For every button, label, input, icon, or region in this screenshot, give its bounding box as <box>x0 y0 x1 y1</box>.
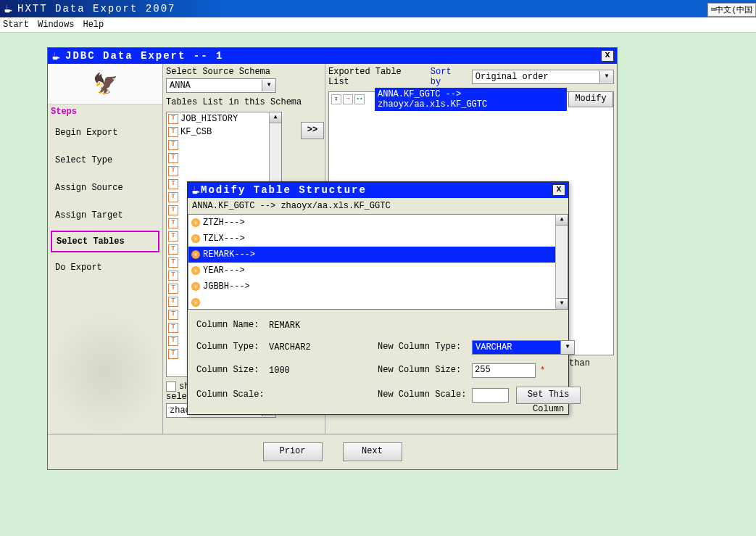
column-status-icon: › <box>191 282 200 291</box>
menu-help[interactable]: Help <box>83 20 104 30</box>
schema-value: ANNA <box>167 81 262 91</box>
schema-select[interactable]: ANNA ▾ <box>166 78 276 93</box>
export-header: Exported Table List Sort by Original ord… <box>328 67 614 87</box>
column-row[interactable]: ›JGBBH---> <box>188 279 568 294</box>
column-row[interactable]: › <box>188 294 568 310</box>
transfer-button[interactable]: >> <box>301 122 324 139</box>
new-column-type-label: New Column Type: <box>378 342 472 352</box>
set-this-column-button[interactable]: Set This Column <box>516 387 581 404</box>
export-icon: ↧ <box>331 94 341 104</box>
column-detail-grid: Column Name: REMARK Column Type: VARCHAR… <box>188 310 568 414</box>
sort-by-label: Sort by <box>431 67 466 87</box>
table-icon: T <box>168 166 178 176</box>
jdbc-titlebar[interactable]: JDBC Data Expert -- 1 x <box>48 48 617 64</box>
table-icon: T <box>168 231 178 242</box>
java-icon <box>3 4 13 14</box>
modify-title: Modify Table Structure <box>201 184 367 196</box>
step-assign-target[interactable]: Assign Target <box>48 202 162 229</box>
prior-button[interactable]: Prior <box>263 442 323 461</box>
table-icon: T <box>168 179 178 189</box>
column-status-icon: › <box>191 250 200 259</box>
exported-table-list-label: Exported Table List <box>328 67 425 87</box>
modify-button[interactable]: Modify <box>568 91 613 107</box>
table-icon: T <box>168 284 178 294</box>
logo-eagle: 🦅 <box>48 64 162 104</box>
steps-sidebar: 🦅 Steps Begin Export Select Type Assign … <box>48 64 163 434</box>
modify-titlebar[interactable]: Modify Table Structure x <box>188 182 568 198</box>
export-row[interactable]: ↧ → •• ANNA.KF_GGTC --> zhaoyx/aa.xls.KF… <box>329 92 613 107</box>
scroll-down-icon[interactable]: ▾ <box>556 298 568 309</box>
column-row[interactable]: ›TZLX---> <box>188 231 568 247</box>
modify-close-button[interactable]: x <box>552 184 565 196</box>
table-icon: T <box>168 218 178 228</box>
columns-list[interactable]: ›ZTZH---> ›TZLX---> ›REMARK---> ›YEAR---… <box>188 214 568 310</box>
column-name: ZTZH---> <box>203 218 245 228</box>
table-name: JOB_HISTORY <box>180 114 238 124</box>
column-name: YEAR---> <box>203 265 245 276</box>
scroll-up-icon[interactable]: ▴ <box>556 215 568 226</box>
table-row[interactable]: TJOB_HISTORY <box>167 112 281 125</box>
chevron-down-icon[interactable]: ▾ <box>560 341 574 354</box>
column-row[interactable]: ›YEAR---> <box>188 263 568 279</box>
table-row[interactable]: T <box>167 165 281 178</box>
table-icon: T <box>168 271 178 281</box>
sort-by-select[interactable]: Original order ▾ <box>472 70 614 84</box>
step-select-type[interactable]: Select Type <box>48 147 162 174</box>
traffic-icon: •• <box>354 94 365 104</box>
step-select-tables[interactable]: Select Tables <box>51 231 159 252</box>
column-row[interactable]: ›ZTZH---> <box>188 215 568 231</box>
new-column-size-label: New Column Size: <box>378 365 472 375</box>
new-column-size-input[interactable]: 255 <box>472 363 536 378</box>
table-icon: T <box>168 127 178 137</box>
new-column-scale-input[interactable] <box>472 388 509 403</box>
show-tables-views-checkbox[interactable] <box>166 382 176 392</box>
mapping-icons: ↧ → •• <box>329 94 375 104</box>
tables-list-label: Tables List in this Schema <box>166 97 322 107</box>
scroll-up-icon[interactable]: ▴ <box>270 112 281 123</box>
next-button[interactable]: Next <box>343 442 402 461</box>
column-status-icon: › <box>191 266 200 275</box>
wizard-nav: Prior Next <box>48 434 617 469</box>
select-source-schema-label: Select Source Schema <box>166 67 322 77</box>
new-column-type-value: VARCHAR <box>473 341 560 354</box>
column-size-value: 1000 <box>269 366 378 376</box>
jdbc-close-button[interactable]: x <box>601 50 614 62</box>
steps-header: Steps <box>48 104 162 119</box>
menu-windows[interactable]: Windows <box>38 20 74 30</box>
table-icon: T <box>168 257 178 268</box>
menu-bar: Start Windows Help <box>0 17 756 33</box>
table-icon: T <box>168 297 178 307</box>
step-begin-export[interactable]: Begin Export <box>48 119 162 147</box>
new-column-type-select[interactable]: VARCHAR ▾ <box>472 340 575 355</box>
table-row[interactable]: TKF_CSB <box>167 125 281 139</box>
step-do-export[interactable]: Do Export <box>48 254 162 281</box>
arrow-right-icon: → <box>343 94 353 104</box>
table-icon: T <box>168 153 178 163</box>
table-icon: T <box>168 336 178 346</box>
column-scale-label: Column Scale: <box>196 389 269 400</box>
table-icon: T <box>168 349 178 359</box>
app-title: HXTT Data Export 2007 <box>17 3 175 15</box>
java-icon <box>51 51 61 61</box>
menu-start[interactable]: Start <box>3 20 29 30</box>
ime-badge[interactable]: ⌨中文(中国 <box>707 3 756 17</box>
table-icon: T <box>168 310 178 320</box>
column-status-icon: › <box>191 234 200 243</box>
new-column-scale-label: New Column Scale: <box>378 389 472 400</box>
export-mapping: ANNA.KF_GGTC --> zhaoyx/aa.xls.KF_GGTC <box>375 88 567 111</box>
column-name-label: Column Name: <box>196 320 269 330</box>
required-star-icon: * <box>540 366 545 376</box>
java-icon <box>191 185 201 195</box>
table-row[interactable]: T <box>167 152 281 165</box>
column-size-label: Column Size: <box>196 365 269 375</box>
table-icon: T <box>168 192 178 202</box>
table-icon: T <box>168 140 178 150</box>
chevron-down-icon[interactable]: ▾ <box>599 71 613 83</box>
step-assign-source[interactable]: Assign Source <box>48 174 162 202</box>
column-name: TZLX---> <box>203 234 245 244</box>
table-row[interactable]: T <box>167 139 281 152</box>
chevron-down-icon[interactable]: ▾ <box>262 80 275 91</box>
columns-scrollbar[interactable]: ▴ ▾ <box>555 215 568 309</box>
column-row[interactable]: ›REMARK---> <box>188 247 568 263</box>
sort-by-value: Original order <box>473 72 599 82</box>
